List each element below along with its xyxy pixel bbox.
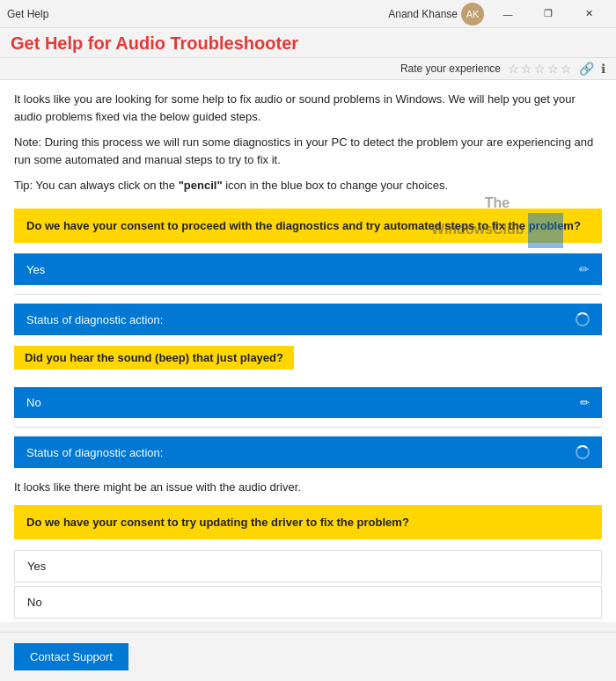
- star-5[interactable]: ☆: [561, 62, 572, 76]
- option-yes-button[interactable]: Yes: [14, 550, 602, 582]
- restore-button[interactable]: ❐: [528, 0, 568, 28]
- spinner-1: [576, 312, 590, 326]
- question-2-wrapper: Did you hear the sound (beep) that just …: [14, 346, 602, 378]
- answer-yes-label: Yes: [26, 263, 45, 276]
- option-no-label: No: [27, 596, 42, 609]
- status-action-1: Status of diagnostic action:: [14, 304, 602, 335]
- tip-suffix: icon in the blue box to change your choi…: [223, 179, 449, 192]
- star-1[interactable]: ☆: [508, 62, 519, 76]
- star-4[interactable]: ☆: [547, 62, 559, 76]
- minimize-button[interactable]: —: [488, 0, 528, 28]
- contact-support-button[interactable]: Contact Support: [14, 643, 128, 670]
- status-action-2: Status of diagnostic action:: [14, 436, 602, 468]
- page-header: Get Help for Audio Troubleshooter: [0, 28, 616, 58]
- consent-2-text: Do we have your consent to try updating …: [26, 516, 409, 529]
- star-2[interactable]: ☆: [521, 62, 532, 76]
- answer-no-button[interactable]: No ✏: [14, 387, 602, 418]
- close-button[interactable]: ✕: [568, 0, 609, 28]
- note-text: Note: During this process we will run so…: [14, 134, 602, 168]
- main-content[interactable]: The WindowsClub It looks like you are lo…: [0, 80, 616, 622]
- issue-text: It looks like there might be an issue wi…: [14, 479, 602, 496]
- title-bar-left: Get Help: [7, 8, 48, 20]
- user-name: Anand Khanse: [388, 8, 458, 20]
- star-3[interactable]: ☆: [534, 62, 546, 76]
- consent-box-2: Do we have your consent to try updating …: [14, 505, 602, 540]
- stars[interactable]: ☆ ☆ ☆ ☆ ☆: [508, 62, 572, 76]
- pencil-icon-1: ✏: [579, 262, 590, 276]
- spinner-2: [576, 445, 590, 459]
- tip-text: Tip: You can always click on the "pencil…: [14, 177, 602, 194]
- info-icon[interactable]: ℹ: [601, 62, 605, 76]
- window-controls: — ❐ ✕: [488, 0, 609, 28]
- tip-prefix: Tip: You can always click on the: [14, 179, 179, 192]
- get-help-label: Get Help: [7, 8, 48, 20]
- answer-yes-button[interactable]: Yes ✏: [14, 253, 602, 285]
- divider-2: [14, 427, 602, 428]
- pencil-icon-2: ✏: [580, 396, 590, 409]
- status-2-label: Status of diagnostic action:: [26, 446, 163, 459]
- page-title: Get Help for Audio Troubleshooter: [11, 33, 298, 53]
- avatar: AK: [461, 3, 484, 26]
- option-yes-label: Yes: [27, 560, 46, 573]
- rate-bar: Rate your experience ☆ ☆ ☆ ☆ ☆ 🔗 ℹ: [0, 58, 616, 80]
- answer-no-label: No: [26, 396, 41, 409]
- share-icon[interactable]: 🔗: [579, 62, 594, 76]
- divider-1: [14, 294, 602, 295]
- status-1-label: Status of diagnostic action:: [26, 313, 163, 326]
- title-bar-right: Anand Khanse AK — ❐ ✕: [388, 0, 609, 28]
- question-2-label: Did you hear the sound (beep) that just …: [14, 346, 294, 370]
- option-no-button[interactable]: No: [14, 586, 602, 619]
- title-bar: Get Help Anand Khanse AK — ❐ ✕: [0, 0, 616, 28]
- tip-pencil-word: "pencil": [179, 179, 223, 192]
- rate-icons: 🔗 ℹ: [579, 62, 605, 76]
- consent-box-1: Do we have your consent to proceed with …: [14, 209, 602, 244]
- bottom-bar: Contact Support: [0, 632, 616, 681]
- rate-label: Rate your experience: [400, 62, 501, 75]
- intro-text: It looks like you are looking for some h…: [14, 91, 602, 125]
- consent-1-text: Do we have your consent to proceed with …: [26, 219, 581, 232]
